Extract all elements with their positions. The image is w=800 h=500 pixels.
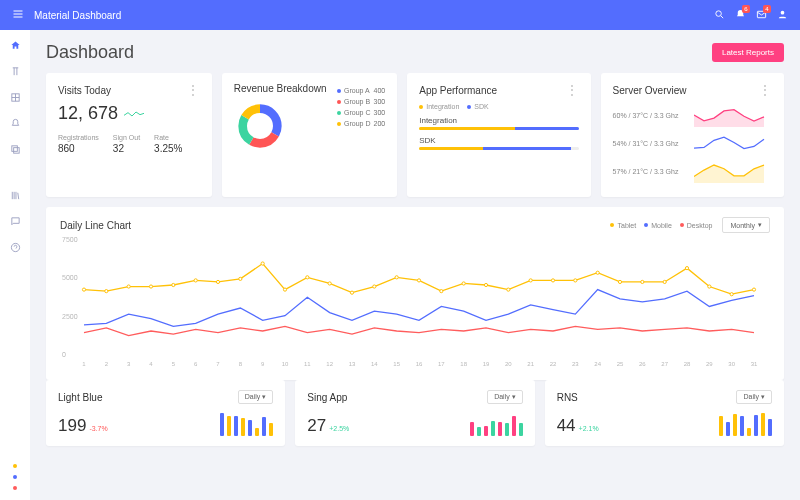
svg-point-60 bbox=[350, 291, 353, 294]
svg-text:25: 25 bbox=[617, 361, 624, 367]
svg-text:5000: 5000 bbox=[62, 274, 78, 281]
svg-point-59 bbox=[328, 282, 331, 285]
sparkline-icon bbox=[694, 103, 772, 127]
mini-stat-card: Sing AppDaily ▾27+2.5% bbox=[295, 380, 534, 446]
svg-point-52 bbox=[172, 283, 175, 286]
daily-dropdown[interactable]: Daily ▾ bbox=[238, 390, 274, 404]
svg-point-64 bbox=[440, 290, 443, 293]
svg-point-69 bbox=[551, 279, 554, 282]
perf-bar: SDK bbox=[419, 136, 578, 150]
topbar: Material Dashboard bbox=[0, 0, 800, 30]
svg-text:29: 29 bbox=[706, 361, 713, 367]
svg-point-65 bbox=[462, 282, 465, 285]
svg-point-2 bbox=[781, 10, 785, 14]
sparkline-icon bbox=[124, 109, 144, 119]
svg-point-77 bbox=[730, 293, 733, 296]
svg-text:16: 16 bbox=[416, 361, 423, 367]
svg-point-68 bbox=[529, 279, 532, 282]
svg-point-6 bbox=[11, 243, 19, 251]
svg-rect-5 bbox=[13, 147, 19, 153]
svg-text:20: 20 bbox=[505, 361, 512, 367]
sidebar-item-ui[interactable] bbox=[8, 142, 22, 156]
visits-title: Visits Today bbox=[58, 85, 111, 96]
latest-reports-button[interactable]: Latest Reports bbox=[712, 43, 784, 62]
svg-point-70 bbox=[574, 279, 577, 282]
svg-text:28: 28 bbox=[684, 361, 691, 367]
sidebar-item-home[interactable] bbox=[8, 38, 22, 52]
legend-item: Group C300 bbox=[337, 109, 385, 116]
svg-text:12: 12 bbox=[326, 361, 333, 367]
server-title: Server Overview bbox=[613, 85, 687, 96]
mini-bar-chart bbox=[470, 410, 523, 436]
svg-point-56 bbox=[261, 262, 264, 265]
svg-point-51 bbox=[149, 285, 152, 288]
revenue-title: Revenue Breakdown bbox=[234, 83, 327, 94]
svg-point-67 bbox=[507, 288, 510, 291]
more-icon[interactable]: ⋮ bbox=[759, 83, 772, 97]
sidebar-item-faq[interactable] bbox=[8, 240, 22, 254]
menu-icon[interactable] bbox=[12, 8, 24, 22]
sidebar-item-tables[interactable] bbox=[8, 90, 22, 104]
svg-text:5: 5 bbox=[172, 361, 176, 367]
svg-text:31: 31 bbox=[751, 361, 758, 367]
svg-point-78 bbox=[752, 288, 755, 291]
mail-icon[interactable] bbox=[756, 9, 767, 22]
monthly-dropdown[interactable]: Monthly ▾ bbox=[722, 217, 770, 233]
svg-text:30: 30 bbox=[728, 361, 735, 367]
revenue-card: Revenue Breakdown Group A400Group B300Gr… bbox=[222, 73, 398, 197]
theme-dot-yellow[interactable] bbox=[13, 464, 17, 468]
svg-text:14: 14 bbox=[371, 361, 378, 367]
sidebar-item-support[interactable] bbox=[8, 214, 22, 228]
mini-bar-chart bbox=[220, 410, 273, 436]
svg-point-57 bbox=[283, 288, 286, 291]
svg-text:24: 24 bbox=[594, 361, 601, 367]
sidebar-item-typography[interactable] bbox=[8, 64, 22, 78]
performance-card: App Performance⋮ IntegrationSDK Integrat… bbox=[407, 73, 590, 197]
svg-point-0 bbox=[716, 10, 722, 16]
sidebar-item-notifications[interactable] bbox=[8, 116, 22, 130]
mini-stat-card: RNSDaily ▾44+2.1% bbox=[545, 380, 784, 446]
main-content: Dashboard Latest Reports Visits Today⋮ 1… bbox=[30, 30, 800, 500]
svg-text:18: 18 bbox=[460, 361, 467, 367]
svg-point-72 bbox=[618, 280, 621, 283]
svg-text:19: 19 bbox=[483, 361, 490, 367]
svg-text:2500: 2500 bbox=[62, 313, 78, 320]
svg-point-61 bbox=[373, 285, 376, 288]
server-row: 60% / 37°C / 3.3 Ghz bbox=[613, 103, 772, 127]
svg-point-71 bbox=[596, 271, 599, 274]
server-row: 57% / 21°C / 3.3 Ghz bbox=[613, 159, 772, 183]
sidebar-item-library[interactable] bbox=[8, 188, 22, 202]
svg-text:22: 22 bbox=[550, 361, 557, 367]
user-icon[interactable] bbox=[777, 9, 788, 22]
daily-line-card: Daily Line Chart Tablet Mobile Desktop M… bbox=[46, 207, 784, 380]
svg-text:27: 27 bbox=[661, 361, 668, 367]
mini-stat-card: Light BlueDaily ▾199-3.7% bbox=[46, 380, 285, 446]
svg-text:13: 13 bbox=[349, 361, 356, 367]
svg-text:10: 10 bbox=[282, 361, 289, 367]
perf-title: App Performance bbox=[419, 85, 497, 96]
theme-dot-blue[interactable] bbox=[13, 475, 17, 479]
theme-dot-red[interactable] bbox=[13, 486, 17, 490]
svg-point-66 bbox=[484, 283, 487, 286]
daily-dropdown[interactable]: Daily ▾ bbox=[736, 390, 772, 404]
server-card: Server Overview⋮ 60% / 37°C / 3.3 Ghz54%… bbox=[601, 73, 784, 197]
sparkline-icon bbox=[694, 131, 772, 155]
svg-point-74 bbox=[663, 280, 666, 283]
sparkline-icon bbox=[694, 159, 772, 183]
server-row: 54% / 31°C / 3.3 Ghz bbox=[613, 131, 772, 155]
svg-text:8: 8 bbox=[239, 361, 243, 367]
more-icon[interactable]: ⋮ bbox=[187, 83, 200, 97]
svg-point-62 bbox=[395, 276, 398, 279]
svg-text:2: 2 bbox=[105, 361, 109, 367]
search-icon[interactable] bbox=[714, 9, 725, 22]
visits-card: Visits Today⋮ 12, 678 Registrations860 S… bbox=[46, 73, 212, 197]
more-icon[interactable]: ⋮ bbox=[566, 83, 579, 97]
daily-dropdown[interactable]: Daily ▾ bbox=[487, 390, 523, 404]
svg-text:17: 17 bbox=[438, 361, 445, 367]
svg-rect-4 bbox=[11, 145, 17, 151]
chevron-down-icon: ▾ bbox=[758, 221, 762, 229]
legend-item: Group D200 bbox=[337, 120, 385, 127]
svg-text:11: 11 bbox=[304, 361, 311, 367]
svg-text:3: 3 bbox=[127, 361, 131, 367]
bell-icon[interactable] bbox=[735, 9, 746, 22]
